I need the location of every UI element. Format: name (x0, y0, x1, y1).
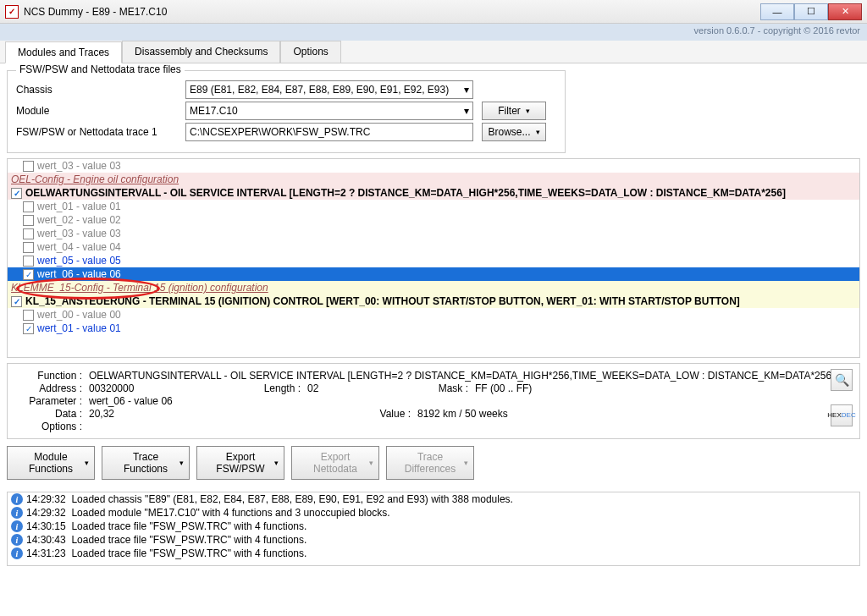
log-entry: i14:29:32 Loaded chassis "E89" (E81, E82… (8, 492, 859, 506)
detail-panel: Function :OELWARTUNGSINTERVALL - OIL SER… (7, 363, 860, 439)
log-entry: i14:31:23 Loaded trace file "FSW_PSW.TRC… (8, 547, 859, 560)
tab-disassembly[interactable]: Disassembly and Checksums (122, 41, 280, 63)
detail-label: Length : (250, 382, 301, 394)
list-item[interactable]: wert_01 - value 01 (8, 200, 859, 213)
log-entry: i14:30:15 Loaded trace file "FSW_PSW.TRC… (8, 520, 859, 533)
checkbox-icon[interactable] (23, 242, 34, 253)
list-item[interactable]: ✓wert_01 - value 01 (8, 322, 859, 335)
maximize-button[interactable]: ☐ (794, 3, 828, 20)
checkbox-icon[interactable]: ✓ (11, 296, 22, 307)
info-icon: i (11, 547, 23, 559)
close-button[interactable]: ✕ (828, 3, 862, 20)
list-item[interactable]: wert_03 - value 03 (8, 227, 859, 240)
tab-bar: Modules and Traces Disassembly and Check… (0, 41, 867, 63)
detail-label: Parameter : (16, 395, 82, 407)
version-bar: version 0.6.0.7 - copyright © 2016 revto… (0, 24, 867, 41)
function-row[interactable]: ✓OELWARTUNGSINTERVALL - OIL SERVICE INTE… (8, 186, 859, 200)
trace1-input[interactable] (185, 123, 473, 141)
chevron-down-icon: ▾ (369, 459, 373, 467)
detail-label: Options : (16, 421, 82, 432)
search-icon: 🔍 (835, 373, 849, 387)
detail-value: 00320000 (89, 382, 250, 394)
trace1-label: FSW/PSW or Nettodata trace 1 (16, 126, 185, 138)
detail-value: OELWARTUNGSINTERVALL - OIL SERVICE INTER… (89, 370, 834, 382)
chevron-down-icon: ▾ (85, 459, 89, 467)
chevron-down-icon: ▾ (464, 105, 469, 117)
hexdec-button[interactable]: HEXDEC (831, 404, 853, 426)
checkbox-icon[interactable] (23, 201, 34, 212)
checkbox-icon[interactable] (23, 215, 34, 226)
detail-label: Data : (16, 408, 82, 420)
function-row[interactable]: ✓KL_15_ANSTEUERUNG - TERMINAL 15 (IGNITI… (8, 294, 859, 308)
trace-functions-button[interactable]: Trace Functions▾ (102, 446, 190, 480)
titlebar: ✓ NCS Dummy - E89 - ME17.C10 — ☐ ✕ (0, 0, 867, 24)
list-item[interactable]: wert_02 - value 02 (8, 213, 859, 227)
magnify-button[interactable]: 🔍 (831, 369, 853, 391)
chevron-down-icon: ▾ (464, 459, 468, 467)
detail-value: wert_06 - value 06 (89, 395, 173, 407)
chassis-label: Chassis (16, 84, 185, 96)
chevron-down-icon: ▾ (274, 459, 279, 467)
functions-list[interactable]: wert_03 - value 03 OEL-Config - Engine o… (7, 158, 860, 358)
checkbox-icon[interactable]: ✓ (23, 269, 34, 280)
chevron-down-icon: ▾ (536, 128, 540, 136)
checkbox-icon[interactable] (23, 310, 34, 321)
info-icon: i (11, 534, 23, 546)
info-icon: i (11, 507, 23, 519)
chevron-down-icon: ▾ (526, 107, 530, 115)
log-panel[interactable]: i14:29:32 Loaded chassis "E89" (E81, E82… (7, 492, 860, 566)
module-combo[interactable]: ME17.C10▾ (185, 102, 473, 120)
minimize-button[interactable]: — (760, 3, 794, 20)
info-icon: i (11, 520, 23, 532)
trace-differences-button[interactable]: Trace Differences▾ (386, 446, 474, 480)
detail-label: Address : (16, 382, 82, 394)
module-functions-button[interactable]: Module Functions▾ (7, 446, 95, 480)
detail-value: 8192 km / 50 weeks (417, 408, 508, 420)
app-icon: ✓ (5, 5, 19, 19)
checkbox-icon[interactable] (23, 161, 34, 172)
list-item-selected[interactable]: ✓wert_06 - value 06 (8, 267, 859, 281)
trace-files-group: FSW/PSW and Nettodata trace files Chassi… (7, 70, 566, 153)
export-fswpsw-button[interactable]: Export FSW/PSW▾ (196, 446, 284, 480)
tab-options[interactable]: Options (280, 41, 340, 63)
chassis-combo[interactable]: E89 (E81, E82, E84, E87, E88, E89, E90, … (185, 80, 473, 99)
log-entry: i14:29:32 Loaded module "ME17.C10" with … (8, 506, 859, 520)
list-item[interactable]: wert_04 - value 04 (8, 240, 859, 254)
list-item[interactable]: wert_03 - value 03 (8, 159, 859, 173)
log-entry: i14:30:43 Loaded trace file "FSW_PSW.TRC… (8, 533, 859, 547)
chevron-down-icon: ▾ (464, 84, 469, 96)
checkbox-icon[interactable]: ✓ (23, 323, 34, 334)
list-item[interactable]: wert_00 - value 00 (8, 308, 859, 322)
detail-value: 02 (307, 382, 426, 394)
detail-label: Value : (368, 408, 411, 420)
browse-button[interactable]: Browse...▾ (482, 123, 546, 141)
group-header-oel: OEL-Config - Engine oil configuration (8, 173, 859, 186)
detail-value: 20,32 (89, 408, 368, 420)
detail-label: Mask : (426, 382, 468, 394)
export-nettodata-button[interactable]: Export Nettodata▾ (291, 446, 379, 480)
chevron-down-icon: ▾ (179, 459, 184, 467)
group-header-klemme: KLEMME_15-Config - Terminal 15 (ignition… (8, 281, 859, 294)
list-item[interactable]: wert_05 - value 05 (8, 254, 859, 267)
filter-button[interactable]: Filter▾ (482, 102, 546, 120)
checkbox-icon[interactable] (23, 228, 34, 239)
detail-value: FF (00 .. FF) (475, 382, 532, 394)
detail-label: Function : (16, 370, 82, 382)
module-label: Module (16, 105, 185, 117)
checkbox-icon[interactable]: ✓ (11, 188, 22, 199)
action-buttons: Module Functions▾ Trace Functions▾ Expor… (7, 446, 860, 480)
info-icon: i (11, 493, 23, 505)
group-legend: FSW/PSW and Nettodata trace files (16, 63, 185, 75)
checkbox-icon[interactable] (23, 256, 34, 267)
window-title: NCS Dummy - E89 - ME17.C10 (24, 6, 167, 18)
tab-modules[interactable]: Modules and Traces (5, 41, 122, 63)
